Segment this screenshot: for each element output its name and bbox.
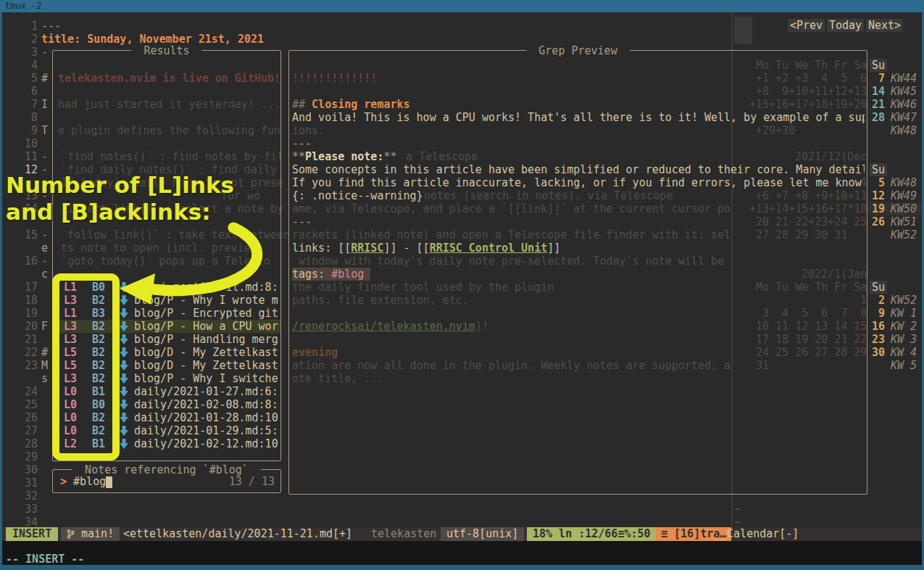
backlinks-count: B3 bbox=[92, 307, 105, 320]
line-number: 4 bbox=[16, 59, 38, 72]
result-label: daily/2021-01-28.md:10 bbox=[134, 411, 278, 424]
result-row[interactable]: L5B2blog/D - My Zettelkast bbox=[53, 346, 280, 359]
links-count: L3 bbox=[64, 372, 77, 385]
note-arrow-icon bbox=[120, 282, 128, 294]
result-row[interactable]: L3B2blog/P - Why I wrote m bbox=[53, 294, 280, 307]
preview-segment: #blog bbox=[331, 268, 364, 281]
calendar-prev-button[interactable]: <Prev bbox=[788, 19, 825, 32]
preview-line-text: **Please note:** bbox=[292, 150, 397, 163]
calendar-day[interactable]: 21 bbox=[869, 98, 885, 111]
result-row[interactable]: L0B2daily/2021-01-28.md:10 bbox=[53, 411, 280, 424]
result-label: blog/D - My Zettelkast bbox=[134, 346, 278, 359]
preview-segment: Closing remarks bbox=[312, 98, 409, 111]
backlinks-count: B2 bbox=[92, 346, 105, 359]
result-row[interactable]: L3B2blog/P - Why I switche bbox=[53, 372, 280, 385]
note-arrow-icon bbox=[120, 400, 128, 411]
preview-line-text: If you find this article inaccurate, lac… bbox=[292, 176, 862, 189]
line-number: 5 bbox=[16, 72, 38, 85]
result-row[interactable]: L0B2daily/2021-01-29.md:5: bbox=[53, 424, 280, 437]
backlinks-count: B2 bbox=[92, 320, 105, 333]
buffer-text-fragment: e bbox=[41, 241, 48, 255]
line-number: 27 bbox=[16, 424, 38, 437]
backlinks-count: B2 bbox=[92, 372, 105, 385]
note-arrow-icon bbox=[120, 321, 128, 333]
line-number: 7 bbox=[16, 98, 38, 111]
preview-line: {: .notice--warning} bbox=[292, 189, 423, 202]
calendar-week-label: KW51 bbox=[891, 215, 917, 228]
buffer-text-fragment: F bbox=[41, 320, 48, 333]
cursor-position-segment: 18% ln :12/66≡%:50 bbox=[527, 527, 657, 541]
result-label: blog/P - Why I switche bbox=[134, 372, 278, 385]
tags-highlight: tags: #blog bbox=[292, 268, 370, 281]
buffer-text-fragment: - bbox=[41, 46, 48, 59]
preview-segment: links: [[ bbox=[292, 241, 351, 255]
backlinks-count: B0 bbox=[92, 281, 105, 294]
buffer-text-fragment: # bbox=[41, 346, 48, 359]
backlinks-count: B2 bbox=[92, 333, 105, 346]
line-number: 10 bbox=[16, 137, 38, 150]
filename-segment: <ettelkasten/daily/2021-11-21.md[+] bbox=[123, 527, 352, 541]
calendar-day[interactable]: 30 bbox=[869, 346, 885, 359]
note-arrow-icon bbox=[120, 334, 128, 346]
git-branch-icon bbox=[67, 529, 75, 539]
backlinks-count: B1 bbox=[92, 385, 105, 398]
calendar-day[interactable]: 5 bbox=[869, 176, 885, 189]
line-number: 19 bbox=[16, 307, 38, 320]
calendar-day[interactable]: 16 bbox=[869, 320, 885, 333]
result-row[interactable]: L5B2blog/D - My Zettelkast bbox=[53, 359, 280, 372]
result-row[interactable]: ›L3B2blog/P - How a CPU wor bbox=[53, 320, 280, 333]
line-number: 23 bbox=[16, 359, 38, 372]
result-row[interactable]: L2B1daily/2021-02-12.md:10 bbox=[53, 437, 280, 450]
preview-segment: RRISC bbox=[351, 241, 383, 255]
preview-segment: {: .notice--warning} bbox=[292, 189, 423, 202]
preview-line-text: {: .notice--warning} bbox=[292, 189, 423, 202]
plugin-name: telekasten bbox=[371, 527, 436, 541]
line-number: 30 bbox=[16, 463, 38, 476]
note-arrow-icon bbox=[120, 413, 128, 424]
calendar-day[interactable]: 28 bbox=[869, 111, 885, 124]
calendar-day[interactable]: 14 bbox=[869, 85, 885, 98]
calendar-day[interactable]: 7 bbox=[869, 72, 885, 85]
calendar-day[interactable]: 19 bbox=[869, 202, 885, 215]
note-arrow-icon bbox=[120, 308, 128, 320]
links-count: L5 bbox=[64, 346, 77, 359]
calendar-week-label: KW47 bbox=[891, 111, 917, 124]
calendar-next-button[interactable]: Next> bbox=[866, 19, 903, 32]
note-arrow-icon bbox=[120, 295, 128, 307]
line-number: 33 bbox=[16, 503, 38, 516]
buffer-text-fragment: s bbox=[41, 372, 48, 385]
links-count: L3 bbox=[64, 294, 77, 307]
calendar-week-label: KW49 bbox=[891, 189, 917, 202]
buffer-text-fragment: M bbox=[41, 359, 48, 372]
line-number: 2 bbox=[16, 33, 38, 46]
calendar-week-label: KW48 bbox=[891, 176, 917, 189]
links-count: L3 bbox=[64, 333, 77, 346]
calendar-day[interactable]: 9 bbox=[869, 307, 885, 320]
preview-line: tags: #blog bbox=[292, 268, 370, 281]
result-label: blog/P - Handling merg bbox=[134, 333, 278, 346]
insert-mode-message: -- INSERT -- bbox=[6, 553, 84, 566]
buffer-line: title: Sunday, November 21st, 2021 bbox=[41, 33, 264, 46]
result-row[interactable]: L1B0 i mention it.md:8: bbox=[53, 281, 280, 294]
preview-line-text: Some concepts in this article have been … bbox=[292, 163, 865, 176]
calendar-week-label: KW44 bbox=[891, 72, 917, 85]
calendar-day[interactable]: 12 bbox=[869, 189, 885, 202]
result-label: blog/P - Encrypted git bbox=[134, 307, 278, 320]
result-label: daily/2021-01-27.md:6: bbox=[134, 385, 278, 398]
calendar-day[interactable]: 26 bbox=[869, 215, 885, 228]
result-row[interactable]: L0B0daily/2021-02-08.md:8: bbox=[53, 398, 280, 411]
preview-line: If you find this article inaccurate, lac… bbox=[292, 176, 862, 189]
line-number: 26 bbox=[16, 411, 38, 424]
git-branch-segment: main! bbox=[61, 527, 120, 541]
calendar-day[interactable]: 23 bbox=[869, 333, 885, 346]
preview-line: --- bbox=[292, 215, 312, 228]
calendar-day[interactable]: 2 bbox=[869, 294, 885, 307]
tmux-titlebar: tmux -2 bbox=[0, 0, 924, 12]
calendar-today-button[interactable]: Today bbox=[827, 19, 864, 32]
calendar-statusline: __Calendar[-] bbox=[714, 527, 799, 541]
backlinks-count: B0 bbox=[92, 398, 105, 411]
result-row[interactable]: L1B3blog/P - Encrypted git bbox=[53, 307, 280, 320]
result-row[interactable]: L0B1daily/2021-01-27.md:6: bbox=[53, 385, 280, 398]
backlinks-count: B2 bbox=[92, 424, 105, 437]
result-row[interactable]: L3B2blog/P - Handling merg bbox=[53, 333, 280, 346]
